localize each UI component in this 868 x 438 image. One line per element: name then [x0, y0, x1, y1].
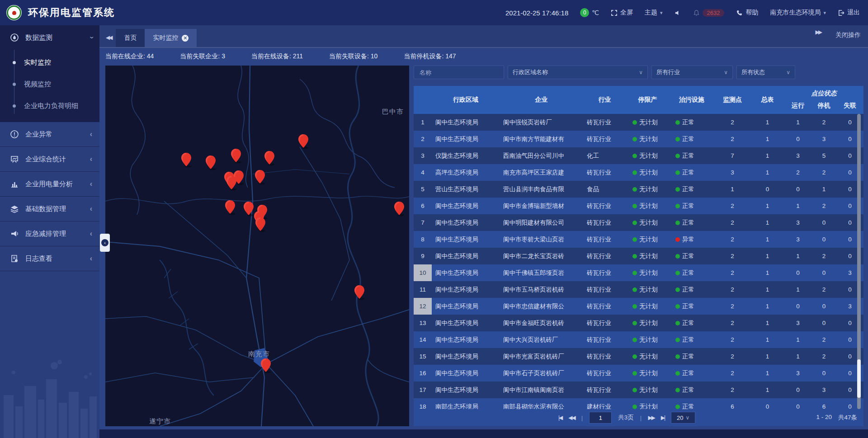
cell-limit-production: 无计划 [626, 319, 669, 327]
scrollbar-thumb[interactable] [857, 359, 861, 398]
cell-total-meters: 1 [750, 203, 784, 209]
cell-pollution-facility: 正常 [669, 269, 714, 277]
cell-monitor-points: 1 [714, 186, 750, 193]
stat-item: 当前停机设备: 147 [404, 52, 456, 61]
map-pin-icon[interactable] [393, 201, 405, 217]
sound-toggle[interactable] [675, 9, 681, 16]
cell-industry: 砖瓦行业 [583, 369, 626, 377]
table-row[interactable]: 4 高坪生态环境局 南充市高坪区王家店建 砖瓦行业 无计划 正常 3 1 2 2… [414, 164, 863, 181]
table-row[interactable]: 18 南部生态环境局 南部县砌华水泥有限公 建材行业 无计划 正常 6 0 0 … [414, 398, 863, 409]
sidebar-group-board[interactable]: 企业综合统计 ‹ [0, 147, 99, 171]
cell-company: 阆中市五马桥页岩机砖 [500, 286, 583, 294]
tabs-scroll-left-icon[interactable]: ◀◀ [99, 34, 116, 47]
help-button[interactable]: 帮助 [736, 9, 758, 17]
total-pages-label: 共3页 [618, 414, 634, 422]
status-dot [675, 221, 680, 225]
map-pin-icon[interactable] [254, 170, 266, 185]
last-page-button[interactable]: ▶| [661, 414, 665, 421]
page-size-select[interactable]: 20 ∨ [671, 412, 695, 424]
sidebar-group-log[interactable]: 日志查看 ‹ [0, 246, 99, 271]
sidebar-group-alert[interactable]: 企业异常 ‹ [0, 122, 99, 146]
sidebar-item[interactable]: 视频监控 [0, 73, 99, 95]
notifications[interactable]: 2632 [693, 9, 725, 17]
table-row[interactable]: 8 阆中生态环境局 阆中市枣碧大梁山页岩 砖瓦行业 无计划 异常 2 1 3 0… [414, 231, 863, 248]
table-row[interactable]: 16 阆中生态环境局 阆中市石子页岩机砖厂 砖瓦行业 无计划 正常 2 1 3 … [414, 365, 863, 381]
tab-home[interactable]: 首页 [116, 29, 145, 47]
map-pin-icon[interactable] [230, 148, 242, 164]
table-row[interactable]: 10 阆中生态环境局 阆中千佛镇五郎垭页岩 砖瓦行业 无计划 正常 2 1 0 … [414, 264, 863, 281]
table-row[interactable]: 6 阆中生态环境局 阆中市金博瑞新型墙材 砖瓦行业 无计划 正常 2 1 1 2… [414, 198, 863, 214]
user-menu[interactable]: 南充市生态环境局 ▾ [770, 9, 826, 17]
row-index: 10 [414, 264, 432, 281]
sidebar-collapse-button[interactable]: ‹ [100, 234, 110, 252]
temperature-unit: ℃ [592, 9, 599, 16]
chevron-down-icon: ∨ [686, 414, 690, 421]
cell-industry: 砖瓦行业 [583, 353, 626, 361]
row-index: 18 [414, 398, 432, 409]
chevron-icon: ‹ [90, 254, 92, 263]
table-row[interactable]: 12 阆中生态环境局 阆中市忠信建材有限公 砖瓦行业 无计划 正常 2 1 0 … [414, 298, 863, 315]
name-search-input-box[interactable] [414, 66, 504, 79]
sidebar-group-chart[interactable]: 企业用电量分析 ‹ [0, 172, 99, 196]
cell-running: 3 [784, 219, 811, 226]
cell-region: 南部生态环境局 [432, 403, 500, 410]
map-pin-icon[interactable] [224, 200, 236, 215]
table-row[interactable]: 11 阆中生态环境局 阆中市五马桥页岩机砖 砖瓦行业 无计划 正常 2 1 1 … [414, 281, 863, 298]
cell-company: 阆中市南方节能建材有 [500, 135, 583, 143]
map-pin-icon[interactable] [297, 134, 309, 149]
next-page-button[interactable]: ▶▶ [648, 414, 654, 421]
table-scrollbar[interactable] [857, 114, 861, 409]
sidebar-group-layers[interactable]: 基础数据管理 ‹ [0, 197, 99, 221]
cell-pollution-facility: 正常 [669, 336, 714, 344]
table-row[interactable]: 13 阆中生态环境局 阆中市金福旺页岩机砖 砖瓦行业 无计划 正常 2 1 3 … [414, 315, 863, 331]
status-select[interactable]: 所有状态 ∨ [736, 66, 795, 79]
fullscreen-button[interactable]: 全屏 [611, 9, 633, 17]
cell-industry: 砖瓦行业 [583, 118, 626, 127]
theme-menu[interactable]: 主题 ▾ [645, 9, 663, 17]
tab-realtime-monitoring[interactable]: 实时监控 ✕ [145, 29, 197, 47]
row-index: 3 [414, 147, 432, 164]
table-row[interactable]: 14 阆中生态环境局 阆中大兴页岩机砖厂 砖瓦行业 无计划 正常 2 1 1 2… [414, 331, 863, 348]
map-pin-icon[interactable] [354, 285, 365, 300]
cell-running: 2 [784, 169, 811, 176]
table-row[interactable]: 1 阆中生态环境局 阆中强锐页岩砖厂 砖瓦行业 无计划 正常 2 1 1 2 0 [414, 114, 863, 131]
table-row[interactable]: 17 阆中生态环境局 阆中市江南镇阆南页岩 砖瓦行业 无计划 正常 2 1 0 … [414, 381, 863, 398]
sidebar-group-gauge[interactable]: 数据监测 ‹ [0, 25, 99, 50]
close-operations-button[interactable]: 关闭操作 [835, 31, 861, 39]
logout-button[interactable]: 退出 [838, 9, 860, 17]
gis-map[interactable]: 巴中市南充市遂宁市 [105, 66, 409, 426]
table-row[interactable]: 5 营山生态环境局 营山县润丰肉食品有限 食品 无计划 正常 1 0 0 1 0 [414, 181, 863, 198]
chevron-down-icon: ▾ [660, 10, 663, 16]
map-pin-icon[interactable] [264, 151, 275, 166]
first-page-button[interactable]: |◀ [558, 414, 562, 421]
temperature-indicator: 0 ℃ [580, 8, 599, 17]
cell-stopped: 2 [811, 253, 836, 259]
status-dot [632, 287, 637, 292]
map-pin-icon[interactable] [260, 358, 272, 373]
cell-region: 阆中生态环境局 [432, 336, 500, 344]
prev-page-button[interactable]: ◀◀ [568, 414, 575, 421]
cell-running: 1 [784, 353, 811, 360]
table-row[interactable]: 7 阆中生态环境局 阆中明阳建材有限公司 砖瓦行业 无计划 正常 2 1 3 0… [414, 214, 863, 231]
sidebar-item[interactable]: 企业电力负荷明细 [0, 95, 99, 117]
table-row[interactable]: 2 阆中生态环境局 阆中市南方节能建材有 砖瓦行业 无计划 正常 2 1 0 3… [414, 131, 863, 147]
region-select[interactable]: 行政区域名称 ∨ [508, 66, 648, 79]
tabs-scroll-right-icon[interactable]: ▶▶ [809, 29, 826, 42]
map-pin-icon[interactable] [180, 152, 192, 168]
industry-select[interactable]: 所有行业 ∨ [651, 66, 733, 79]
close-tab-icon[interactable]: ✕ [182, 35, 189, 42]
table-row[interactable]: 3 仪陇生态环境局 西南油气田分公司川中 化工 无计划 正常 7 1 3 5 0 [414, 147, 863, 164]
city-label: 遂宁市 [149, 417, 171, 426]
sidebar-group-horn[interactable]: 应急减排管理 ‹ [0, 221, 99, 246]
cell-stopped: 3 [811, 136, 836, 142]
map-pin-icon[interactable] [255, 217, 266, 232]
cell-monitor-points: 2 [714, 303, 750, 310]
name-search-input[interactable] [419, 69, 499, 76]
sidebar-item[interactable]: 实时监控 [0, 52, 99, 73]
cell-industry: 砖瓦行业 [583, 135, 626, 143]
page-number-input[interactable] [589, 412, 612, 424]
table-row[interactable]: 9 阆中生态环境局 阆中市二龙长宝页岩砖 砖瓦行业 无计划 正常 2 1 1 2… [414, 248, 863, 264]
map-pin-icon[interactable] [205, 155, 217, 170]
table-row[interactable]: 15 阆中生态环境局 阆中市光富页岩机砖厂 砖瓦行业 无计划 正常 2 1 1 … [414, 348, 863, 365]
map-pin-icon[interactable] [226, 175, 237, 191]
